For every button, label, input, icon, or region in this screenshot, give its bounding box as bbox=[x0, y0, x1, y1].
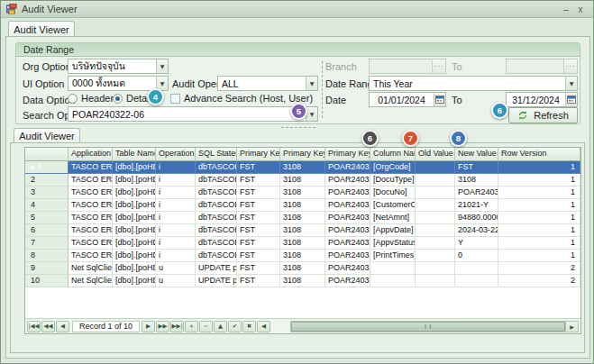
grid-cell[interactable]: FST bbox=[237, 212, 280, 224]
row-indicator[interactable]: 8 bbox=[25, 250, 69, 262]
row-indicator[interactable]: ▸ 1 bbox=[25, 161, 69, 174]
grid-cell[interactable]: 3108 bbox=[280, 275, 325, 287]
row-indicator[interactable]: 10 bbox=[25, 275, 69, 287]
date-from-field[interactable]: 01/01/2024 bbox=[369, 92, 446, 107]
grid-cell[interactable]: TASCO ERP bbox=[69, 161, 113, 174]
grid-cell[interactable]: 2024-03-22 bbox=[455, 224, 498, 237]
grid-cell[interactable]: 1 bbox=[498, 161, 580, 174]
grid-cell[interactable]: dbTASCOE... bbox=[196, 187, 237, 199]
advance-search-checkbox[interactable]: Advance Search (Host, User) bbox=[170, 93, 313, 104]
row-indicator[interactable]: 3 bbox=[25, 187, 69, 199]
header-radio[interactable]: Header bbox=[68, 93, 114, 104]
horizontal-scrollbar[interactable]: ❙❙ ▶ bbox=[290, 321, 579, 332]
grid-cell[interactable]: FST bbox=[237, 224, 280, 237]
grid-cell[interactable]: [dbo].[poHD] bbox=[113, 174, 156, 187]
grid-cell[interactable]: 1 bbox=[498, 187, 580, 199]
scrollbar-thumb[interactable]: ❙❙ bbox=[291, 322, 565, 332]
column-header-operation[interactable]: Operation bbox=[156, 148, 196, 161]
grid-cell[interactable]: 3108 bbox=[280, 199, 325, 212]
grid-cell[interactable]: [dbo].[poHD] bbox=[113, 199, 156, 212]
grid-cell[interactable]: [OrgCode] bbox=[370, 161, 416, 174]
grid-cell[interactable]: 3108 bbox=[455, 174, 498, 187]
grid-cell[interactable]: Net SqlClie... bbox=[69, 262, 113, 275]
grid-cell[interactable] bbox=[416, 237, 455, 250]
chevron-down-icon[interactable]: ▼ bbox=[565, 77, 577, 90]
row-indicator[interactable]: 9 bbox=[25, 262, 69, 275]
grid-cell[interactable]: [CustomerC... bbox=[370, 199, 416, 212]
column-header-application[interactable]: Application bbox=[69, 148, 113, 161]
grid-cell[interactable]: [DocuNo] bbox=[370, 187, 416, 199]
next-record-button[interactable]: ▶ bbox=[142, 321, 155, 332]
grid-row[interactable]: ▸ 1TASCO ERP[dbo].[poHD]idbTASCOE...FST3… bbox=[25, 161, 580, 174]
grid-cell[interactable]: 3108 bbox=[280, 174, 325, 187]
row-indicator[interactable]: 4 bbox=[25, 199, 69, 212]
refresh-button[interactable]: Refresh bbox=[508, 107, 578, 123]
grid-cell[interactable]: dbTASCOE... bbox=[196, 237, 237, 250]
grid-cell[interactable]: 2 bbox=[498, 275, 580, 287]
column-header-primary-key2[interactable]: Primary Key2 bbox=[280, 148, 325, 161]
grid-cell[interactable]: Net SqlClie... bbox=[69, 275, 113, 287]
grid-cell[interactable] bbox=[416, 275, 455, 287]
audit-operation-combobox[interactable]: ALL ▼ bbox=[217, 76, 318, 91]
grid-cell[interactable]: UPDATE po... bbox=[196, 262, 237, 275]
chevron-down-icon[interactable]: ▼ bbox=[306, 107, 317, 121]
grid-cell[interactable]: 1 bbox=[498, 224, 580, 237]
org-option-combobox[interactable]: บริษัทปัจจุบัน ▼ bbox=[68, 59, 169, 74]
grid-cell[interactable]: POAR24032... bbox=[325, 212, 370, 224]
grid-cell[interactable]: u bbox=[156, 275, 196, 287]
grid-cell[interactable]: POAR24032... bbox=[325, 161, 370, 174]
grid-cell[interactable]: [PrintTimes] bbox=[370, 250, 416, 262]
vertical-splitter-handle[interactable] bbox=[321, 60, 324, 120]
grid-cell[interactable] bbox=[416, 187, 455, 199]
column-header-primary-key3[interactable]: Primary Key3 bbox=[325, 148, 370, 161]
grid-cell[interactable]: 1 bbox=[498, 237, 580, 250]
row-indicator[interactable]: 5 bbox=[25, 212, 69, 224]
grid-row[interactable]: 9Net SqlClie...[dbo].[poHD]uUPDATE po...… bbox=[25, 262, 580, 275]
column-header-row-version[interactable]: Row Version bbox=[498, 148, 580, 161]
detail-radio[interactable]: Detail bbox=[113, 93, 151, 104]
title-bar[interactable]: Audit Viewer – x bbox=[1, 1, 593, 18]
grid-cell[interactable]: TASCO ERP bbox=[69, 212, 113, 224]
grid-cell[interactable]: FST bbox=[237, 250, 280, 262]
grid-cell[interactable]: POAR24032... bbox=[455, 187, 498, 199]
edit-record-button[interactable]: ▲ bbox=[214, 321, 227, 332]
ellipsis-button[interactable]: ··· bbox=[563, 59, 577, 73]
grid-cell[interactable]: dbTASCOE... bbox=[196, 174, 237, 187]
grid-cell[interactable]: [DocuType] bbox=[370, 174, 416, 187]
chevron-down-icon[interactable]: ▼ bbox=[156, 59, 168, 73]
row-indicator[interactable]: 6 bbox=[25, 224, 69, 237]
grid-cell[interactable]: dbTASCOE... bbox=[196, 199, 237, 212]
grid-cell[interactable] bbox=[416, 161, 455, 174]
grid-cell[interactable]: [dbo].[poHD] bbox=[113, 275, 156, 287]
grid-cell[interactable]: 1 bbox=[498, 250, 580, 262]
grid-cell[interactable]: FST bbox=[237, 187, 280, 199]
end-edit-button[interactable]: ✔ bbox=[228, 321, 242, 332]
grid-cell[interactable]: 0 bbox=[455, 250, 498, 262]
grid-cell[interactable]: FST bbox=[455, 161, 498, 174]
date-to-field[interactable]: 31/12/2024 bbox=[506, 92, 578, 107]
grid-cell[interactable]: POAR24032... bbox=[325, 199, 370, 212]
grid-cell[interactable]: FST bbox=[237, 262, 280, 275]
grid-cell[interactable]: [AppvStatus] bbox=[370, 237, 416, 250]
grid-cell[interactable]: [dbo].[poHD] bbox=[113, 237, 156, 250]
grid-cell[interactable]: dbTASCOE... bbox=[196, 224, 237, 237]
grid-row[interactable]: 7TASCO ERP[dbo].[poHD]idbTASCOE...FST310… bbox=[25, 237, 580, 250]
row-indicator[interactable]: 2 bbox=[25, 174, 69, 187]
grid-cell[interactable]: 1 bbox=[498, 212, 580, 224]
grid-cell[interactable]: 2 bbox=[498, 262, 580, 275]
column-header-table-name[interactable]: Table Name bbox=[113, 148, 156, 161]
grid-cell[interactable]: TASCO ERP bbox=[69, 187, 113, 199]
grid-cell[interactable] bbox=[370, 262, 416, 275]
grid-cell[interactable]: POAR24032... bbox=[325, 174, 370, 187]
row-indicator[interactable]: 7 bbox=[25, 237, 69, 250]
scrollbar-right-arrow[interactable]: ▶ bbox=[565, 322, 578, 332]
grid-cell[interactable]: POAR24032... bbox=[325, 187, 370, 199]
grid-cell[interactable]: TASCO ERP bbox=[69, 174, 113, 187]
grid-cell[interactable]: POAR24032... bbox=[325, 262, 370, 275]
date-range-combobox[interactable]: This Year ▼ bbox=[369, 76, 578, 91]
grid-row[interactable]: 6TASCO ERP[dbo].[poHD]idbTASCOE...FST310… bbox=[25, 224, 580, 237]
grid-cell[interactable]: 3108 bbox=[280, 250, 325, 262]
grid-cell[interactable]: FST bbox=[237, 237, 280, 250]
grid-cell[interactable]: FST bbox=[237, 199, 280, 212]
grid-cell[interactable] bbox=[416, 250, 455, 262]
